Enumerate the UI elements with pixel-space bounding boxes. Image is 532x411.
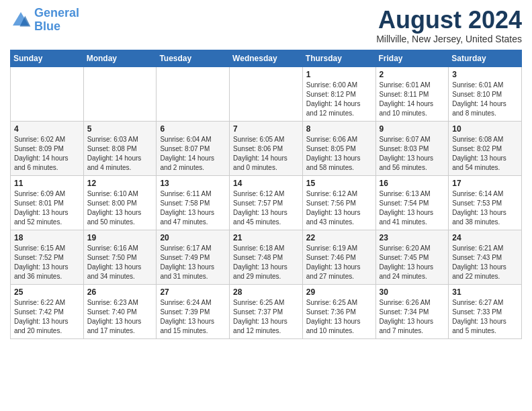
day-info: Sunrise: 6:12 AM Sunset: 7:57 PM Dayligh… [233, 189, 299, 227]
day-number: 5 [87, 124, 153, 134]
calendar-cell: 7Sunrise: 6:05 AM Sunset: 8:06 PM Daylig… [230, 121, 303, 175]
calendar-cell: 28Sunrise: 6:25 AM Sunset: 7:37 PM Dayli… [230, 284, 303, 338]
calendar-cell: 19Sunrise: 6:16 AM Sunset: 7:50 PM Dayli… [83, 230, 157, 284]
calendar-cell: 21Sunrise: 6:18 AM Sunset: 7:48 PM Dayli… [230, 230, 303, 284]
day-number: 6 [160, 124, 226, 134]
day-number: 3 [452, 70, 518, 79]
calendar-header: SundayMondayTuesdayWednesdayThursdayFrid… [11, 50, 522, 66]
day-info: Sunrise: 6:03 AM Sunset: 8:08 PM Dayligh… [87, 135, 153, 173]
location: Millville, New Jersey, United States [376, 34, 522, 44]
calendar-week-2: 4Sunrise: 6:02 AM Sunset: 8:09 PM Daylig… [11, 121, 522, 175]
calendar-cell: 18Sunrise: 6:15 AM Sunset: 7:52 PM Dayli… [11, 230, 84, 284]
calendar-cell: 31Sunrise: 6:27 AM Sunset: 7:33 PM Dayli… [449, 284, 522, 338]
day-number: 22 [306, 233, 372, 242]
calendar-cell: 2Sunrise: 6:01 AM Sunset: 8:11 PM Daylig… [375, 66, 449, 121]
day-info: Sunrise: 6:27 AM Sunset: 7:33 PM Dayligh… [452, 298, 518, 336]
calendar-cell: 24Sunrise: 6:21 AM Sunset: 7:43 PM Dayli… [449, 230, 522, 284]
day-number: 14 [233, 179, 299, 188]
calendar-cell: 27Sunrise: 6:24 AM Sunset: 7:39 PM Dayli… [157, 284, 230, 338]
calendar-cell: 29Sunrise: 6:25 AM Sunset: 7:36 PM Dayli… [302, 284, 375, 338]
day-info: Sunrise: 6:13 AM Sunset: 7:54 PM Dayligh… [380, 189, 445, 227]
calendar-cell [230, 66, 303, 121]
day-info: Sunrise: 6:02 AM Sunset: 8:09 PM Dayligh… [14, 135, 80, 173]
calendar-cell: 1Sunrise: 6:00 AM Sunset: 8:12 PM Daylig… [302, 66, 375, 121]
day-number: 24 [452, 233, 518, 242]
calendar-cell: 11Sunrise: 6:09 AM Sunset: 8:01 PM Dayli… [11, 175, 84, 230]
day-info: Sunrise: 6:01 AM Sunset: 8:11 PM Dayligh… [380, 81, 445, 118]
day-number: 13 [160, 179, 226, 188]
month-title: August 2024 [376, 7, 522, 34]
day-info: Sunrise: 6:24 AM Sunset: 7:39 PM Dayligh… [160, 298, 226, 336]
day-info: Sunrise: 6:16 AM Sunset: 7:50 PM Dayligh… [87, 244, 153, 281]
day-info: Sunrise: 6:10 AM Sunset: 8:00 PM Dayligh… [87, 189, 153, 227]
day-number: 25 [14, 287, 80, 297]
day-number: 1 [306, 70, 372, 79]
day-info: Sunrise: 6:17 AM Sunset: 7:49 PM Dayligh… [160, 244, 226, 281]
day-info: Sunrise: 6:25 AM Sunset: 7:37 PM Dayligh… [233, 298, 299, 336]
day-number: 30 [380, 287, 445, 297]
calendar-cell: 12Sunrise: 6:10 AM Sunset: 8:00 PM Dayli… [83, 175, 157, 230]
calendar-week-5: 25Sunrise: 6:22 AM Sunset: 7:42 PM Dayli… [11, 284, 522, 338]
logo: General Blue [10, 7, 79, 34]
day-number: 23 [380, 233, 445, 242]
day-number: 9 [380, 124, 445, 134]
day-number: 17 [452, 179, 518, 188]
title-block: August 2024 Millville, New Jersey, Unite… [376, 7, 522, 44]
weekday-header-wednesday: Wednesday [230, 50, 303, 66]
page-header: General Blue August 2024 Millville, New … [10, 7, 522, 44]
day-info: Sunrise: 6:14 AM Sunset: 7:53 PM Dayligh… [452, 189, 518, 227]
day-number: 29 [306, 287, 372, 297]
day-info: Sunrise: 6:19 AM Sunset: 7:46 PM Dayligh… [306, 244, 372, 281]
calendar-cell: 25Sunrise: 6:22 AM Sunset: 7:42 PM Dayli… [11, 284, 84, 338]
calendar-cell [11, 66, 84, 121]
day-number: 31 [452, 287, 518, 297]
day-info: Sunrise: 6:06 AM Sunset: 8:05 PM Dayligh… [306, 135, 372, 173]
calendar-table: SundayMondayTuesdayWednesdayThursdayFrid… [10, 50, 522, 339]
day-number: 28 [233, 287, 299, 297]
day-number: 21 [233, 233, 299, 242]
calendar-cell: 6Sunrise: 6:04 AM Sunset: 8:07 PM Daylig… [157, 121, 230, 175]
calendar-cell: 4Sunrise: 6:02 AM Sunset: 8:09 PM Daylig… [11, 121, 84, 175]
day-info: Sunrise: 6:05 AM Sunset: 8:06 PM Dayligh… [233, 135, 299, 173]
weekday-header-sunday: Sunday [11, 50, 84, 66]
day-info: Sunrise: 6:21 AM Sunset: 7:43 PM Dayligh… [452, 244, 518, 281]
calendar-cell: 3Sunrise: 6:01 AM Sunset: 8:10 PM Daylig… [449, 66, 522, 121]
day-number: 2 [380, 70, 445, 79]
calendar-cell [83, 66, 157, 121]
weekday-header-row: SundayMondayTuesdayWednesdayThursdayFrid… [11, 50, 522, 66]
calendar-cell: 5Sunrise: 6:03 AM Sunset: 8:08 PM Daylig… [83, 121, 157, 175]
calendar-cell: 13Sunrise: 6:11 AM Sunset: 7:58 PM Dayli… [157, 175, 230, 230]
calendar-week-4: 18Sunrise: 6:15 AM Sunset: 7:52 PM Dayli… [11, 230, 522, 284]
logo-text: General Blue [34, 7, 79, 34]
day-info: Sunrise: 6:23 AM Sunset: 7:40 PM Dayligh… [87, 298, 153, 336]
calendar-week-1: 1Sunrise: 6:00 AM Sunset: 8:12 PM Daylig… [11, 66, 522, 121]
day-number: 4 [14, 124, 80, 134]
calendar-body: 1Sunrise: 6:00 AM Sunset: 8:12 PM Daylig… [11, 66, 522, 338]
day-number: 15 [306, 179, 372, 188]
day-info: Sunrise: 6:12 AM Sunset: 7:56 PM Dayligh… [306, 189, 372, 227]
calendar-cell: 22Sunrise: 6:19 AM Sunset: 7:46 PM Dayli… [302, 230, 375, 284]
day-info: Sunrise: 6:08 AM Sunset: 8:02 PM Dayligh… [452, 135, 518, 173]
day-info: Sunrise: 6:04 AM Sunset: 8:07 PM Dayligh… [160, 135, 226, 173]
day-number: 12 [87, 179, 153, 188]
day-info: Sunrise: 6:25 AM Sunset: 7:36 PM Dayligh… [306, 298, 372, 336]
day-number: 26 [87, 287, 153, 297]
calendar-cell: 23Sunrise: 6:20 AM Sunset: 7:45 PM Dayli… [375, 230, 449, 284]
logo-icon [10, 9, 32, 31]
calendar-week-3: 11Sunrise: 6:09 AM Sunset: 8:01 PM Dayli… [11, 175, 522, 230]
day-number: 27 [160, 287, 226, 297]
day-info: Sunrise: 6:00 AM Sunset: 8:12 PM Dayligh… [306, 81, 372, 118]
day-info: Sunrise: 6:11 AM Sunset: 7:58 PM Dayligh… [160, 189, 226, 227]
day-info: Sunrise: 6:26 AM Sunset: 7:34 PM Dayligh… [380, 298, 445, 336]
weekday-header-friday: Friday [375, 50, 449, 66]
calendar-cell: 20Sunrise: 6:17 AM Sunset: 7:49 PM Dayli… [157, 230, 230, 284]
calendar-cell: 15Sunrise: 6:12 AM Sunset: 7:56 PM Dayli… [302, 175, 375, 230]
calendar-cell: 10Sunrise: 6:08 AM Sunset: 8:02 PM Dayli… [449, 121, 522, 175]
calendar-cell: 26Sunrise: 6:23 AM Sunset: 7:40 PM Dayli… [83, 284, 157, 338]
day-info: Sunrise: 6:01 AM Sunset: 8:10 PM Dayligh… [452, 81, 518, 118]
day-number: 20 [160, 233, 226, 242]
calendar-cell: 16Sunrise: 6:13 AM Sunset: 7:54 PM Dayli… [375, 175, 449, 230]
day-number: 8 [306, 124, 372, 134]
day-info: Sunrise: 6:22 AM Sunset: 7:42 PM Dayligh… [14, 298, 80, 336]
weekday-header-saturday: Saturday [449, 50, 522, 66]
